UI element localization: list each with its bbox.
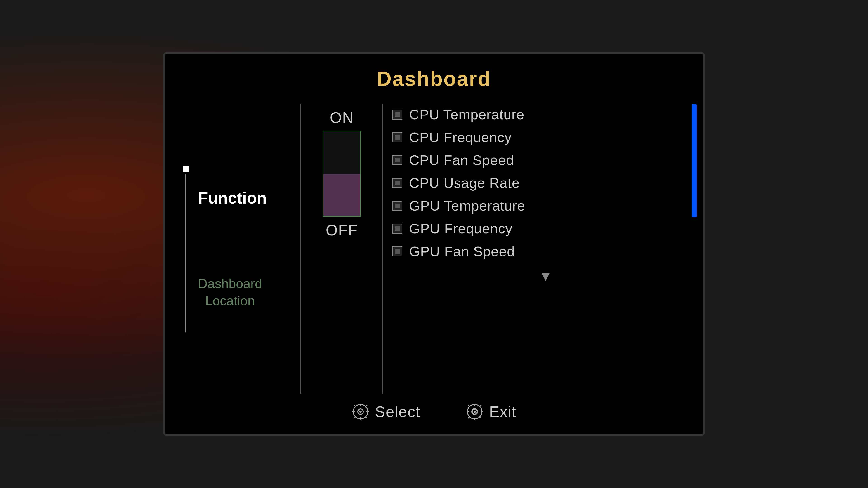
list-item[interactable]: GPU Fan Speed bbox=[393, 243, 690, 259]
checkbox-inner bbox=[395, 181, 400, 185]
checkbox-cpu-fan-speed[interactable] bbox=[393, 155, 402, 165]
checkbox-inner bbox=[395, 226, 400, 231]
checkbox-cpu-frequency[interactable] bbox=[393, 132, 402, 142]
middle-panel: ON OFF bbox=[310, 104, 373, 394]
function-label: Function bbox=[198, 189, 267, 207]
list-item-label: GPU Temperature bbox=[409, 198, 525, 214]
scroll-bar[interactable] bbox=[692, 104, 697, 217]
list-item[interactable]: GPU Frequency bbox=[393, 221, 690, 236]
exit-control[interactable]: Exit bbox=[466, 402, 517, 421]
list-item-label: CPU Fan Speed bbox=[409, 152, 514, 168]
list-item[interactable]: CPU Usage Rate bbox=[393, 175, 690, 191]
checkbox-inner bbox=[395, 135, 400, 140]
select-icon bbox=[351, 402, 370, 421]
list-item-label: CPU Temperature bbox=[409, 106, 524, 123]
function-column: Function DashboardLocation bbox=[198, 189, 267, 309]
checkbox-inner bbox=[395, 112, 400, 117]
list-item-label: CPU Usage Rate bbox=[409, 175, 520, 191]
list-item[interactable]: GPU Temperature bbox=[393, 198, 690, 214]
checkbox-gpu-frequency[interactable] bbox=[393, 224, 402, 234]
left-panel: Function DashboardLocation bbox=[178, 104, 291, 394]
vertical-track bbox=[183, 166, 189, 332]
divider-left bbox=[300, 104, 301, 394]
svg-line-19 bbox=[479, 416, 481, 418]
slider-indicator bbox=[183, 166, 189, 172]
monitor-frame: Dashboard Function DashboardLocation ON … bbox=[163, 52, 705, 436]
toggle-top bbox=[323, 131, 360, 174]
toggle-switch[interactable] bbox=[322, 131, 361, 217]
exit-icon bbox=[466, 402, 484, 421]
page-title: Dashboard bbox=[377, 67, 491, 91]
toggle-bottom bbox=[323, 174, 360, 216]
list-item-label: CPU Frequency bbox=[409, 129, 512, 145]
checkbox-gpu-fan-speed[interactable] bbox=[393, 247, 402, 256]
checkbox-inner bbox=[395, 249, 400, 254]
slider-line bbox=[185, 174, 186, 332]
main-content: Function DashboardLocation ON OFF C bbox=[178, 104, 690, 394]
on-label: ON bbox=[330, 109, 354, 126]
list-item-label: GPU Frequency bbox=[409, 221, 513, 236]
right-panel: CPU Temperature CPU Frequency CPU Fan Sp… bbox=[393, 104, 690, 394]
select-label: Select bbox=[375, 403, 421, 420]
checkbox-cpu-temperature[interactable] bbox=[393, 109, 402, 120]
checkbox-inner bbox=[395, 203, 400, 208]
list-item-label: GPU Fan Speed bbox=[409, 243, 515, 259]
select-control[interactable]: Select bbox=[351, 402, 421, 421]
svg-line-21 bbox=[468, 416, 470, 418]
svg-point-13 bbox=[473, 411, 476, 413]
checkbox-gpu-temperature[interactable] bbox=[393, 201, 402, 211]
list-item[interactable]: CPU Temperature bbox=[393, 106, 690, 123]
checkbox-cpu-usage-rate[interactable] bbox=[393, 178, 402, 188]
svg-line-18 bbox=[468, 405, 470, 407]
scroll-down-arrow[interactable]: ▼ bbox=[393, 268, 690, 284]
checkbox-inner bbox=[395, 158, 400, 162]
exit-label: Exit bbox=[489, 403, 517, 420]
bottom-controls: Select Exit bbox=[351, 402, 517, 421]
svg-line-20 bbox=[479, 405, 481, 407]
off-label: OFF bbox=[326, 221, 358, 239]
list-item[interactable]: CPU Fan Speed bbox=[393, 152, 690, 168]
divider-right bbox=[382, 104, 383, 394]
list-item[interactable]: CPU Frequency bbox=[393, 129, 690, 145]
svg-point-2 bbox=[360, 411, 362, 413]
dashboard-location-label: DashboardLocation bbox=[198, 275, 262, 309]
